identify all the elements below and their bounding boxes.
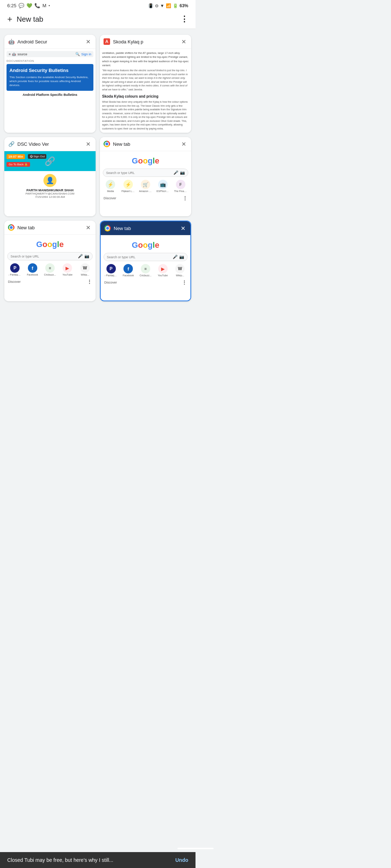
shortcut-icon-cricbuzz: ≡ [141,264,150,273]
shortcut-label-media: Media [107,190,114,192]
shortcut-icon-youtube: ▶ [63,263,72,273]
dsc-avatar: 👤 [43,174,56,187]
top-bar: + New tab ⋮ [0,10,196,29]
shortcut-media[interactable]: ⚡ Media [104,180,117,192]
shortcut-flipkart[interactable]: ⚡ Flipkart Lite [122,180,135,192]
shortcut-wiki[interactable]: W Wikip... [79,263,92,276]
status-time: 6:25 [7,3,16,8]
tab-header: New tab ✕ [100,137,191,151]
dsc-signout-badge: ⏻ Sign Out [28,154,46,159]
shortcut-facebook-active[interactable]: f Facebook [122,264,135,277]
android-banner: Android Security Bulletins This Section … [7,64,93,91]
shortcut-amazon[interactable]: 🛒 Amazon In... [139,180,152,192]
status-gmail-icon: M [42,3,46,8]
discover-more-icon[interactable]: ⋮ [182,195,188,201]
mic-icon[interactable]: 🎤 [173,170,178,175]
chrome-favicon [104,141,110,147]
shortcut-label-wiki: Wikip... [81,273,89,276]
tab-card-newtab-3[interactable]: New tab ✕ Google Search or type URL 🎤 📷 … [100,221,191,301]
tab-close-button[interactable]: ✕ [84,38,92,46]
shortcut-youtube[interactable]: ▶ YouTube [61,263,74,276]
status-phone-icon: 📞 [34,3,40,8]
shortcut-icon-media: ⚡ [106,180,115,189]
shortcuts-row: P - Pantagon... f Facebook ≡ Cricbuzz...… [7,263,93,276]
shortcut-cricbuzz-active[interactable]: ≡ Cricbuzz... [139,264,152,277]
shortcut-label-youtube: YouTube [158,274,168,277]
shortcut-icon-cricbuzz: ≡ [45,263,55,273]
status-bar: 6:25 💬 💚 📞 M • 📳 ⊖ ▼ 📶 🔋 63% [0,0,196,10]
discover-more-icon[interactable]: ⋮ [182,280,187,285]
discover-text: Discover [8,280,21,284]
page-title: New tab [17,15,43,24]
toolbar-android-icon: 🤖 [12,52,16,56]
android-favicon: 🤖 [8,38,14,45]
toolbar-search-icon: 🔍 [75,52,80,56]
newtab-inner: Google Search or type URL 🎤 📷 ⚡ Media ⚡ … [100,151,191,216]
toolbar-signin-text[interactable]: Sign in [81,52,91,56]
skoda-section-text: What Skoda has done very uniquely with t… [102,100,189,131]
tab-content-dsc: 19:07 Min ⏻ Sign Out Go To Back 🔒 🔗 👤 PA… [4,151,96,216]
tab-card-android-security[interactable]: 🤖 Android Secur ✕ ≡ 🤖 source 🔍 Sign in D… [4,35,96,133]
camera-icon[interactable]: 📷 [180,170,185,175]
discover-text: Discover [104,196,116,200]
battery-icon: 🔋 [173,3,178,8]
tab-card-newtab-2[interactable]: New tab ✕ Google Search or type URL 🎤 📷 … [4,221,96,301]
shortcut-pantagon-active[interactable]: P - Pantagon... [105,264,118,277]
discover-more-icon[interactable]: ⋮ [87,279,92,285]
tab-content-newtab2: Google Search or type URL 🎤 📷 P - Pantag… [4,235,96,300]
shortcut-espn[interactable]: 📺 ESPNcricin... [156,180,169,192]
tab-close-button[interactable]: ✕ [84,224,92,231]
dnd-icon: ⊖ [155,3,159,8]
tab-title: DSC Video Ver [17,141,81,147]
tab-title: Skoda Kylaq p [113,39,177,44]
top-bar-left: + New tab [7,14,43,24]
tab-close-button[interactable]: ✕ [180,38,188,46]
shortcut-label-financial: The Financ... [174,190,187,192]
mic-icon[interactable]: 🎤 [78,254,83,259]
shortcut-wiki-active[interactable]: W Wikip... [173,264,186,277]
shortcut-label-wiki: Wikip... [176,274,184,277]
shortcut-icon-wiki: W [80,263,90,273]
tab-title: Android Secur [17,39,81,44]
tab-close-button[interactable]: ✕ [84,140,92,148]
shortcut-icon-amazon: 🛒 [141,180,150,189]
more-options-button[interactable]: ⋮ [180,14,188,24]
tab-card-dsc[interactable]: 🔗 DSC Video Ver ✕ 19:07 Min ⏻ Sign Out G… [4,137,96,216]
search-bar[interactable]: Search or type URL 🎤 📷 [103,169,188,177]
newtab-inner: Google Search or type URL 🎤 📷 P - Pantag… [4,235,96,300]
shortcut-icon-flipkart: ⚡ [123,180,133,189]
battery-level: 63% [180,3,188,8]
shortcut-label-pantagon: - Pantagon... [8,273,21,276]
camera-icon[interactable]: 📷 [179,255,184,259]
doc-label: DOCUMENTATION [7,59,93,63]
shortcut-youtube-active[interactable]: ▶ YouTube [156,264,169,277]
shortcut-facebook[interactable]: f Facebook [26,263,39,276]
search-bar[interactable]: Search or type URL 🎤 📷 [104,253,188,261]
wifi-icon: ▼ [160,3,164,8]
tab-header: New tab ✕ [4,221,96,235]
add-tab-button[interactable]: + [7,14,12,24]
shortcut-label-cricbuzz: Cricbuzz... [44,273,56,276]
tab-card-newtab-1[interactable]: New tab ✕ Google Search or type URL 🎤 📷 … [100,137,191,216]
shortcut-financial[interactable]: F The Financ... [174,180,187,192]
shortcut-icon-youtube: ▶ [158,264,168,273]
shortcut-icon-financial: F [176,180,185,189]
mic-icon[interactable]: 🎤 [173,255,178,259]
shortcut-cricbuzz[interactable]: ≡ Cricbuzz... [43,263,56,276]
shortcut-label-youtube: YouTube [63,273,73,276]
discover-row: Discover ⋮ [104,280,188,285]
camera-icon[interactable]: 📷 [84,254,89,259]
tab-content-newtab: Google Search or type URL 🎤 📷 ⚡ Media ⚡ … [100,151,191,216]
tab-close-button[interactable]: ✕ [179,224,187,232]
search-bar[interactable]: Search or type URL 🎤 📷 [7,252,93,260]
chrome-favicon [104,225,111,231]
shortcut-pantagon[interactable]: P - Pantagon... [8,263,21,276]
tab-close-button[interactable]: ✕ [180,140,188,148]
dsc-favicon: 🔗 [8,141,14,147]
tab-card-skoda[interactable]: A Skoda Kylaq p ✕ ventilation, paddle sh… [100,35,191,133]
tab-content-skoda: ventilation, paddle shifters for the AT … [100,49,191,133]
skoda-top-text: ventilation, paddle shifters for the AT … [102,51,189,67]
tab-title: New tab [17,225,81,230]
status-right: 📳 ⊖ ▼ 📶 🔋 63% [148,3,188,8]
vibrate-icon: 📳 [148,3,154,8]
